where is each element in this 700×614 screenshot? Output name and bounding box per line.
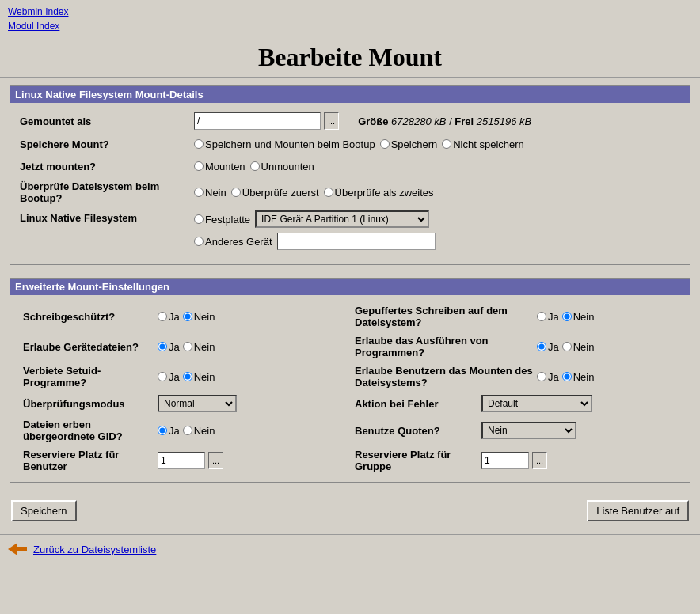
verbiete-setuid-nein-item: Nein xyxy=(183,371,215,383)
ueberpruefungsmodus-dropdown[interactable]: Normal xyxy=(158,395,237,412)
speichern-button[interactable]: Speichern xyxy=(11,500,77,521)
groesse-value: 6728280 kB xyxy=(391,116,446,127)
anderes-geraet-input[interactable] xyxy=(277,233,436,250)
dateien-erben-ja-item: Ja xyxy=(158,425,180,437)
webmin-index-link[interactable]: Webmin Index xyxy=(8,5,692,19)
gepuffertes-control: Ja Nein xyxy=(537,311,594,323)
schreibgeschuetzt-ja-label: Ja xyxy=(169,311,180,323)
dateien-erben-ja-radio[interactable] xyxy=(158,426,167,435)
bottom-bar: Speichern Liste Benutzer auf xyxy=(10,495,690,526)
festplatte-radio-item: Festplatte xyxy=(194,214,250,226)
ueberpruefe-label: Überprüfe Dateisystem beim Bootup? xyxy=(20,180,194,204)
erlaube-benutzer-nein-radio[interactable] xyxy=(562,372,572,381)
festplatte-dropdown[interactable]: IDE Gerät A Partition 1 (Linux) xyxy=(255,210,429,228)
schreibgeschuetzt-nein-label: Nein xyxy=(194,311,215,323)
erlaube-ausfuehren-ja-radio[interactable] xyxy=(537,342,546,351)
svg-marker-0 xyxy=(8,543,27,555)
schreibgeschuetzt-nein-item: Nein xyxy=(183,311,215,323)
jetzt-mounten-label2: Unmounten xyxy=(261,161,314,172)
speichere-mount-opt1: Speichern und Mounten beim Bootup xyxy=(194,138,375,150)
reserviere-gruppe-control: ... xyxy=(481,452,547,469)
modul-index-link[interactable]: Modul Index xyxy=(8,19,692,33)
ueberpruefe-radio3[interactable] xyxy=(324,188,333,197)
erlaube-ausfuehren-nein-radio[interactable] xyxy=(562,342,572,351)
reserviere-gruppe-cell: Reserviere Platz für Gruppe ... xyxy=(350,445,682,476)
schreibgeschuetzt-nein-radio[interactable] xyxy=(183,312,192,321)
speichere-mount-radio1[interactable] xyxy=(194,139,204,149)
reserviere-benutzer-input[interactable] xyxy=(158,452,205,469)
speichere-mount-opt2: Speichern xyxy=(380,138,438,150)
groesse-label: Größe xyxy=(358,116,388,127)
erlaube-ausfuehren-cell: Erlaube das Ausführen von Programmen? Ja… xyxy=(350,332,682,362)
reserviere-benutzer-btn[interactable]: ... xyxy=(208,452,223,469)
reserviere-gruppe-label: Reserviere Platz für Gruppe xyxy=(355,449,481,472)
back-link-bar: Zurück zu Dateisystemliste xyxy=(0,534,700,563)
jetzt-mounten-label1: Mounten xyxy=(205,161,245,172)
erlaube-ausfuehren-ja-label: Ja xyxy=(548,341,559,353)
reserviere-benutzer-control: ... xyxy=(158,452,223,469)
ueberpruefe-opt3: Überprüfe als zweites xyxy=(324,187,434,199)
ueberpruefe-radio1[interactable] xyxy=(194,188,204,197)
erlaube-geraete-nein-item: Nein xyxy=(183,341,215,353)
jetzt-mounten-opt1: Mounten xyxy=(194,161,245,172)
ueberpruefungsmodus-label: Überprüfungsmodus xyxy=(23,398,158,410)
anderes-geraet-label: Anderes Gerät xyxy=(205,236,272,248)
verbiete-setuid-nein-radio[interactable] xyxy=(183,372,192,381)
schreibgeschuetzt-ja-radio[interactable] xyxy=(158,312,167,321)
verbiete-setuid-ja-radio[interactable] xyxy=(158,372,167,381)
erlaube-geraete-nein-radio[interactable] xyxy=(183,342,192,351)
erlaube-geraete-control: Ja Nein xyxy=(158,341,215,353)
reserviere-gruppe-input[interactable] xyxy=(481,452,529,469)
benutze-quoten-dropdown[interactable]: Nein xyxy=(481,422,576,439)
erlaube-benutzer-label: Erlaube Benutzern das Mounten des Dateis… xyxy=(355,365,537,388)
speichere-mount-radio3[interactable] xyxy=(442,139,451,149)
gepuffertes-nein-item: Nein xyxy=(562,311,595,323)
ueberpruefe-radios: Nein Überprüfe zuerst Überprüfe als zwei… xyxy=(194,187,434,199)
speichere-mount-radio2[interactable] xyxy=(380,139,390,149)
speichere-mount-label1: Speichern und Mounten beim Bootup xyxy=(205,138,375,150)
dateien-erben-nein-radio[interactable] xyxy=(183,426,192,435)
gepuffertes-ja-radio[interactable] xyxy=(537,312,546,321)
festplatte-label: Festplatte xyxy=(205,214,250,226)
gepuffertes-ja-item: Ja xyxy=(537,311,559,323)
jetzt-mounten-radio2[interactable] xyxy=(250,161,260,171)
native-fs-label: Linux Native Filesystem xyxy=(20,210,194,224)
erlaube-benutzer-control: Ja Nein xyxy=(537,371,594,383)
schreibgeschuetzt-ja-item: Ja xyxy=(158,311,180,323)
size-info: Größe 6728280 kB / Frei 2515196 kB xyxy=(358,116,531,127)
erlaube-benutzer-ja-radio[interactable] xyxy=(537,372,546,381)
back-arrow-icon xyxy=(8,541,27,557)
section-linux-native: Linux Native Filesystem Mount-Details Ge… xyxy=(10,85,690,265)
erlaube-geraete-ja-radio[interactable] xyxy=(158,342,167,351)
erlaube-benutzer-cell: Erlaube Benutzern das Mounten des Dateis… xyxy=(350,362,682,392)
festplatte-radio[interactable] xyxy=(194,214,204,224)
gepuffertes-nein-radio[interactable] xyxy=(562,312,572,321)
erlaube-ausfuehren-label: Erlaube das Ausführen von Programmen? xyxy=(355,335,537,358)
erlaube-benutzer-ja-item: Ja xyxy=(537,371,559,383)
gepuffertes-ja-label: Ja xyxy=(548,311,559,323)
verbiete-setuid-ja-label: Ja xyxy=(169,371,180,383)
gemountet-als-btn[interactable]: ... xyxy=(324,112,339,130)
anderes-geraet-radio[interactable] xyxy=(194,237,204,246)
section1-body: Gemountet als ... Größe 6728280 kB / Fre… xyxy=(10,103,690,264)
reserviere-gruppe-btn[interactable]: ... xyxy=(532,452,547,469)
gepuffertes-label: Gepuffertes Schreiben auf dem Dateisyste… xyxy=(355,305,537,328)
erlaube-geraete-cell: Erlaube Gerätedateien? Ja Nein xyxy=(18,332,350,362)
benutze-quoten-control: Nein xyxy=(481,422,576,439)
liste-benutzer-button[interactable]: Liste Benutzer auf xyxy=(587,500,689,521)
gemountet-als-input[interactable] xyxy=(194,112,321,130)
aktion-fehler-dropdown[interactable]: Default xyxy=(481,395,592,412)
jetzt-mounten-radio1[interactable] xyxy=(194,161,204,171)
verbiete-setuid-nein-label: Nein xyxy=(194,371,215,383)
back-link[interactable]: Zurück zu Dateisystemliste xyxy=(33,544,156,555)
native-fs-control: Festplatte IDE Gerät A Partition 1 (Linu… xyxy=(194,210,680,255)
ueberpruefe-radio2[interactable] xyxy=(231,188,241,197)
ueberpruefe-label3: Überprüfe als zweites xyxy=(335,187,434,199)
jetzt-mounten-radios: Mounten Unmounten xyxy=(194,161,314,172)
ueberpruefungsmodus-cell: Überprüfungsmodus Normal xyxy=(18,392,350,415)
verbiete-setuid-cell: Verbiete Setuid-Programme? Ja Nein xyxy=(18,362,350,392)
verbiete-setuid-label: Verbiete Setuid-Programme? xyxy=(23,365,158,388)
jetzt-mounten-label: Jetzt mounten? xyxy=(20,161,194,172)
frei-value: 2515196 kB xyxy=(477,116,531,127)
ueberpruefe-label1: Nein xyxy=(205,187,226,199)
